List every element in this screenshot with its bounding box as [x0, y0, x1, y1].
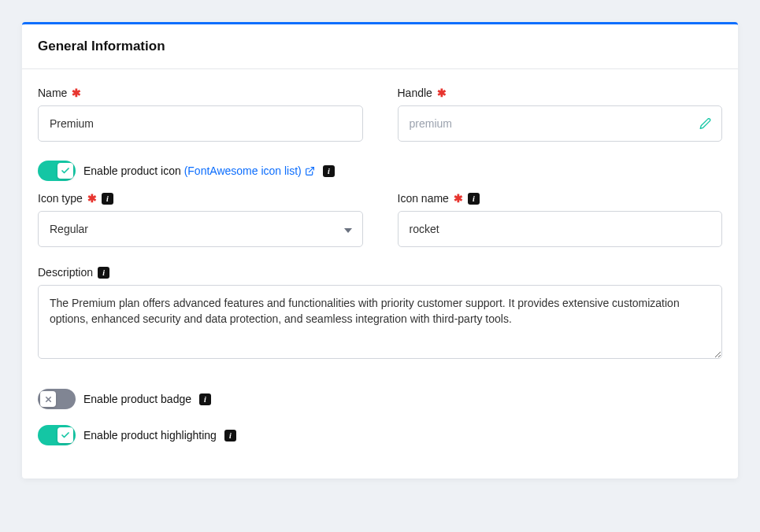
handle-input-wrap — [398, 105, 723, 142]
handle-label: Handle ✱ — [398, 87, 723, 99]
handle-input[interactable] — [398, 105, 723, 142]
field-handle: Handle ✱ — [398, 87, 723, 142]
page-title: General Information — [38, 39, 722, 54]
icon-type-label: Icon type ✱ i — [38, 192, 363, 205]
description-label: Description i — [38, 266, 722, 279]
info-icon[interactable]: i — [98, 267, 109, 279]
enable-highlight-label: Enable product highlighting — [83, 429, 217, 441]
external-link-icon — [305, 166, 315, 176]
name-label-text: Name — [38, 87, 67, 99]
enable-badge-label: Enable product badge — [83, 393, 191, 405]
fontawesome-link[interactable]: (FontAwesome icon list) — [184, 164, 315, 177]
info-icon[interactable]: i — [468, 193, 480, 205]
info-icon[interactable]: i — [199, 393, 211, 405]
info-icon[interactable]: i — [224, 430, 236, 441]
required-indicator: ✱ — [87, 192, 97, 205]
info-icon[interactable]: i — [102, 193, 113, 205]
field-description: Description i The Premium plan offers ad… — [38, 266, 722, 362]
toggle-knob — [40, 391, 56, 407]
toggle-knob — [57, 163, 73, 179]
field-icon-type: Icon type ✱ i Regular — [38, 192, 363, 247]
description-label-text: Description — [38, 266, 93, 279]
handle-label-text: Handle — [398, 87, 432, 99]
enable-highlight-toggle[interactable] — [38, 425, 76, 445]
required-indicator: ✱ — [454, 192, 463, 205]
card-body: Name ✱ Handle ✱ — [22, 69, 738, 478]
icon-name-input[interactable] — [398, 211, 723, 247]
required-indicator: ✱ — [437, 87, 447, 99]
field-icon-name: Icon name ✱ i — [398, 192, 723, 247]
icon-type-select[interactable]: Regular — [38, 211, 363, 247]
row-icon-fields: Icon type ✱ i Regular Icon name ✱ — [38, 192, 722, 247]
enable-icon-row: Enable product icon (FontAwesome icon li… — [38, 161, 722, 181]
general-information-card: General Information Name ✱ Handle ✱ — [22, 22, 738, 478]
edit-icon[interactable] — [699, 118, 711, 130]
enable-icon-label: Enable product icon (FontAwesome icon li… — [83, 164, 315, 177]
enable-badge-row: Enable product badge i — [38, 389, 722, 409]
icon-type-label-text: Icon type — [38, 192, 83, 205]
enable-highlight-row: Enable product highlighting i — [38, 425, 722, 445]
info-icon[interactable]: i — [323, 165, 335, 177]
description-textarea[interactable]: The Premium plan offers advanced feature… — [38, 285, 722, 359]
icon-name-label-text: Icon name — [398, 192, 449, 205]
toggle-knob — [57, 427, 73, 443]
name-label: Name ✱ — [38, 87, 363, 99]
enable-icon-label-text: Enable product icon — [83, 164, 181, 177]
enable-badge-toggle[interactable] — [38, 389, 76, 409]
required-indicator: ✱ — [72, 87, 81, 99]
icon-name-label: Icon name ✱ i — [398, 192, 723, 205]
fontawesome-link-text: (FontAwesome icon list) — [184, 164, 302, 177]
row-name-handle: Name ✱ Handle ✱ — [38, 87, 722, 142]
field-name: Name ✱ — [38, 87, 363, 142]
enable-icon-toggle[interactable] — [38, 161, 76, 181]
svg-line-0 — [309, 167, 313, 172]
card-header: General Information — [22, 24, 738, 69]
name-input[interactable] — [38, 105, 363, 142]
icon-type-select-wrap: Regular — [38, 211, 363, 247]
